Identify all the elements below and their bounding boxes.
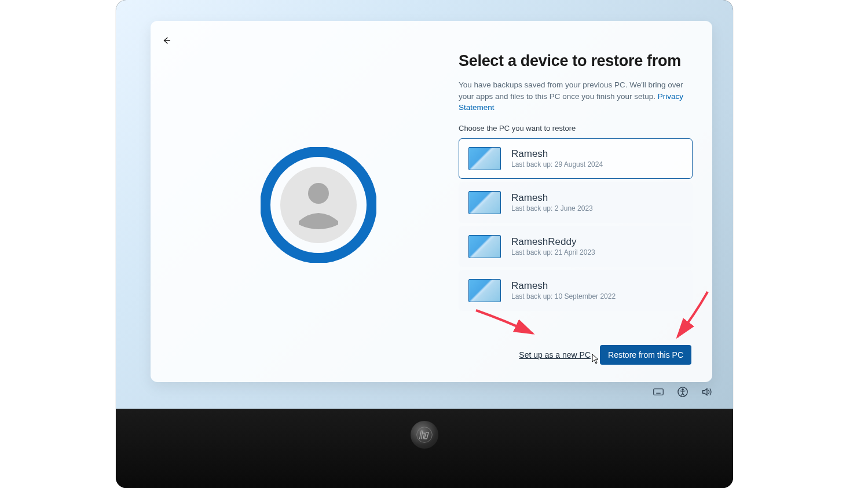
user-profile-icon bbox=[261, 147, 376, 263]
content-column: Select a device to restore from You have… bbox=[459, 52, 693, 314]
action-bar: Set up as a new PC Restore from this PC bbox=[519, 345, 691, 365]
device-name: Ramesh bbox=[511, 192, 683, 204]
oobe-panel: Select a device to restore from You have… bbox=[151, 21, 712, 382]
setup-new-pc-link[interactable]: Set up as a new PC bbox=[519, 350, 591, 359]
device-name: RameshReddy bbox=[511, 236, 683, 248]
laptop-screen: Select a device to restore from You have… bbox=[116, 0, 733, 409]
monitor-icon bbox=[468, 235, 501, 258]
hp-logo bbox=[411, 421, 438, 449]
device-backup-date: Last back up: 21 April 2023 bbox=[511, 248, 683, 256]
svg-point-2 bbox=[308, 183, 329, 204]
laptop-bezel bbox=[116, 409, 733, 488]
restore-button[interactable]: Restore from this PC bbox=[600, 345, 691, 365]
device-backup-date: Last back up: 2 June 2023 bbox=[511, 204, 683, 212]
device-option[interactable]: RameshReddy Last back up: 21 April 2023 bbox=[459, 226, 693, 267]
device-name: Ramesh bbox=[511, 280, 683, 292]
laptop-photo-frame: Select a device to restore from You have… bbox=[116, 0, 733, 488]
choose-pc-label: Choose the PC you want to restore bbox=[459, 124, 693, 133]
volume-icon[interactable] bbox=[702, 387, 712, 399]
page-title: Select a device to restore from bbox=[459, 52, 693, 70]
device-option[interactable]: Ramesh Last back up: 29 August 2024 bbox=[459, 138, 693, 179]
monitor-icon bbox=[468, 279, 501, 302]
monitor-icon bbox=[468, 191, 501, 214]
device-option[interactable]: Ramesh Last back up: 10 September 2022 bbox=[459, 270, 693, 311]
svg-point-1 bbox=[280, 167, 357, 243]
device-backup-date: Last back up: 29 August 2024 bbox=[511, 160, 683, 168]
back-button[interactable] bbox=[158, 31, 176, 50]
monitor-icon bbox=[468, 147, 501, 170]
page-description: You have backups saved from your previou… bbox=[459, 79, 693, 113]
keyboard-icon[interactable] bbox=[653, 387, 664, 399]
svg-point-10 bbox=[682, 389, 683, 390]
svg-rect-3 bbox=[654, 389, 664, 395]
device-backup-date: Last back up: 10 September 2022 bbox=[511, 292, 683, 300]
system-tray bbox=[653, 387, 712, 399]
accessibility-icon[interactable] bbox=[677, 387, 688, 399]
device-name: Ramesh bbox=[511, 148, 683, 160]
back-arrow-icon bbox=[162, 35, 172, 46]
device-option[interactable]: Ramesh Last back up: 2 June 2023 bbox=[459, 182, 693, 223]
